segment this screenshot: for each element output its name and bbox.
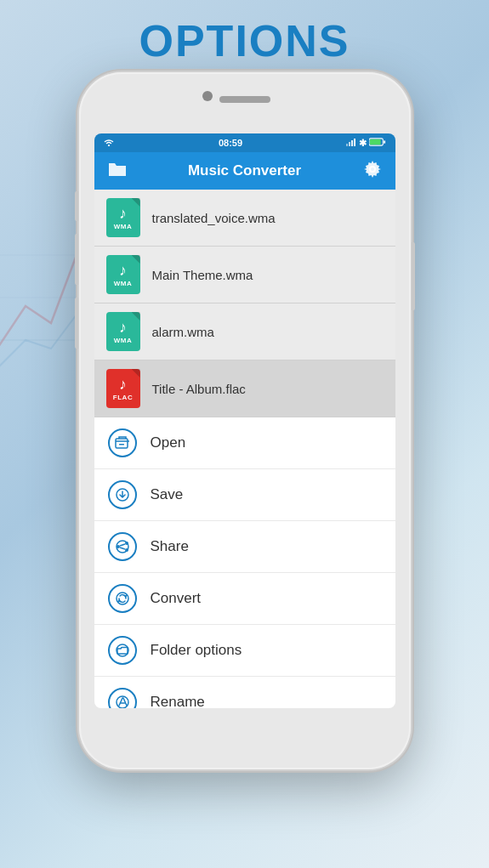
svg-point-22 bbox=[117, 644, 128, 656]
menu-item-folder-options[interactable]: Folder options bbox=[94, 625, 395, 677]
file-corner bbox=[132, 255, 140, 264]
file-icon-wma: ♪ WMA bbox=[106, 255, 140, 294]
file-item-selected[interactable]: ♪ FLAC Title - Album.flac bbox=[94, 360, 395, 417]
phone-button-mute bbox=[75, 191, 78, 221]
svg-rect-9 bbox=[370, 139, 381, 145]
music-note-icon: ♪ bbox=[119, 206, 127, 221]
phone-screen: 08:59 ✱ bbox=[94, 133, 395, 708]
svg-point-18 bbox=[125, 548, 128, 552]
music-note-icon: ♪ bbox=[119, 263, 127, 278]
save-label: Save bbox=[151, 486, 184, 503]
phone-camera bbox=[202, 91, 213, 101]
svg-rect-5 bbox=[349, 142, 350, 146]
menu-item-open[interactable]: Open bbox=[94, 417, 395, 469]
menu-item-share[interactable]: Share bbox=[94, 521, 395, 573]
open-label: Open bbox=[151, 434, 186, 451]
menu-item-save[interactable]: Save bbox=[94, 469, 395, 521]
phone-button-vol-down bbox=[75, 298, 78, 349]
file-list: ♪ WMA translated_voice.wma ♪ WMA Main Th… bbox=[94, 190, 395, 417]
file-name: translated_voice.wma bbox=[152, 211, 276, 225]
status-time: 08:59 bbox=[219, 138, 242, 148]
bluetooth-icon: ✱ bbox=[359, 138, 367, 149]
file-type-label: WMA bbox=[114, 223, 133, 230]
status-right: ✱ bbox=[346, 138, 386, 149]
file-name: Main Theme.wma bbox=[152, 268, 253, 282]
svg-point-3 bbox=[108, 145, 110, 146]
convert-label: Convert bbox=[151, 590, 202, 607]
nav-bar: Music Converter bbox=[94, 152, 395, 190]
settings-icon[interactable] bbox=[360, 160, 385, 183]
svg-rect-6 bbox=[351, 140, 353, 146]
folder-options-icon bbox=[108, 636, 137, 665]
file-item[interactable]: ♪ WMA Main Theme.wma bbox=[94, 247, 395, 304]
phone-frame: 08:59 ✱ bbox=[79, 72, 411, 769]
convert-icon bbox=[108, 584, 137, 613]
file-corner bbox=[132, 312, 140, 321]
file-corner bbox=[132, 198, 140, 207]
svg-rect-4 bbox=[346, 144, 348, 146]
save-icon bbox=[108, 480, 137, 509]
share-icon bbox=[108, 532, 137, 561]
options-menu: Open Save bbox=[94, 417, 395, 708]
phone-speaker bbox=[219, 96, 270, 103]
svg-rect-7 bbox=[354, 139, 355, 146]
status-bar: 08:59 ✱ bbox=[94, 133, 395, 152]
menu-item-convert[interactable]: Convert bbox=[94, 573, 395, 625]
file-corner bbox=[132, 369, 140, 377]
music-note-icon: ♪ bbox=[119, 320, 127, 335]
svg-point-16 bbox=[125, 542, 128, 545]
file-name: Title - Album.flac bbox=[152, 382, 246, 396]
file-item[interactable]: ♪ WMA translated_voice.wma bbox=[94, 190, 395, 247]
svg-line-20 bbox=[120, 547, 125, 549]
menu-item-rename[interactable]: Rename bbox=[94, 677, 395, 708]
svg-point-17 bbox=[117, 545, 120, 548]
folder-icon[interactable] bbox=[105, 161, 130, 182]
nav-title: Music Converter bbox=[130, 162, 360, 179]
rename-icon bbox=[108, 688, 137, 708]
svg-rect-13 bbox=[119, 444, 124, 445]
wifi-icon bbox=[103, 138, 115, 148]
file-type-label: FLAC bbox=[113, 394, 133, 401]
file-type-label: WMA bbox=[114, 280, 133, 287]
phone-button-power bbox=[412, 242, 415, 310]
share-label: Share bbox=[151, 538, 189, 555]
rename-label: Rename bbox=[151, 694, 205, 708]
folder-options-label: Folder options bbox=[151, 642, 242, 659]
svg-line-19 bbox=[120, 544, 125, 546]
status-left bbox=[103, 138, 115, 148]
battery-icon bbox=[369, 138, 386, 148]
signal-icon bbox=[346, 138, 356, 148]
file-icon-flac: ♪ FLAC bbox=[106, 369, 140, 408]
file-icon-wma: ♪ WMA bbox=[106, 312, 140, 351]
svg-rect-10 bbox=[384, 140, 386, 144]
file-type-label: WMA bbox=[114, 337, 133, 344]
file-icon-wma: ♪ WMA bbox=[106, 198, 140, 237]
phone-button-vol-up bbox=[75, 234, 78, 285]
page-title: OPTIONS bbox=[0, 15, 489, 66]
open-icon bbox=[108, 428, 137, 457]
music-note-icon: ♪ bbox=[119, 377, 127, 392]
svg-rect-12 bbox=[116, 439, 128, 448]
file-item[interactable]: ♪ WMA alarm.wma bbox=[94, 304, 395, 360]
file-name: alarm.wma bbox=[152, 325, 214, 339]
